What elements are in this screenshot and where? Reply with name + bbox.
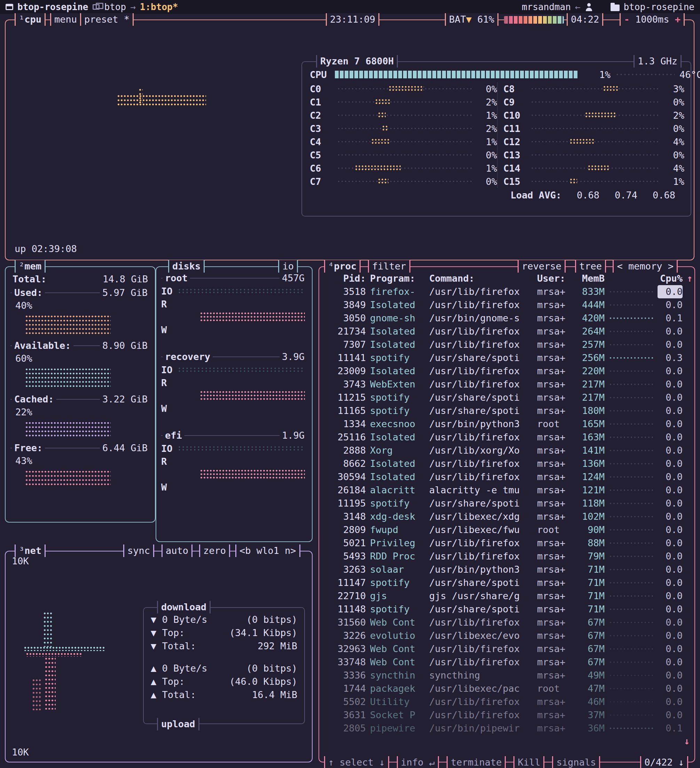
interval-increase-button[interactable]: + — [675, 14, 681, 25]
process-row[interactable]: 3849 Isolated /usr/lib/firefox mrsa+ 444… — [319, 298, 694, 312]
process-cpu-percent: 0.0 — [657, 550, 682, 563]
filter-button[interactable]: filter — [368, 260, 411, 273]
interval-value: 1000ms — [635, 14, 670, 25]
process-command: /usr/share/spoti — [429, 497, 533, 510]
cpu-panel-title[interactable]: ¹cpu — [14, 13, 46, 26]
process-cpu-percent: 0.3 — [657, 351, 682, 365]
process-row[interactable]: 3743 WebExten /usr/lib/firefox mrsa+ 217… — [319, 378, 694, 391]
process-panel-title[interactable]: ⁴proc — [324, 260, 361, 273]
memory-stat-label: Cached: — [12, 394, 56, 405]
process-cpu-percent: 0.0 — [657, 298, 682, 312]
scroll-up-indicator[interactable]: ↑ — [687, 272, 692, 285]
disks-panel-title[interactable]: disks — [168, 260, 205, 273]
memory-stat: Free: 6.44 GiB 43% — [10, 441, 150, 487]
process-row[interactable]: 3518 firefox- /usr/lib/firefox mrsa+ 833… — [319, 285, 694, 298]
select-control[interactable]: ↑ select ↓ — [324, 756, 389, 768]
download-total-value: 292 MiB — [257, 641, 297, 651]
process-pid: 22710 — [325, 589, 366, 603]
process-memory: 71M — [577, 589, 605, 603]
core-usage-graph — [337, 100, 473, 104]
process-row[interactable]: 3226 evolutio /usr/libexec/evo mrsa+ 67M… — [319, 629, 694, 642]
scroll-down-indicator[interactable]: ↓ — [684, 736, 690, 746]
process-row[interactable]: 2809 fwupd /usr/libexec/fwu root 90M 0.0 — [319, 523, 694, 536]
menu-button[interactable]: menu — [50, 13, 81, 26]
process-cpu-percent: 0.0 — [657, 589, 682, 603]
header-user[interactable]: User: — [537, 272, 573, 285]
memory-stat-graph — [25, 367, 111, 389]
core-label: C4 — [310, 136, 332, 147]
reverse-sort-button[interactable]: reverse — [518, 260, 566, 273]
process-row[interactable]: 11147 spotify /usr/share/spoti mrsa+ 71M… — [319, 576, 694, 589]
process-row[interactable]: 32963 Web Cont /usr/lib/firefox mrsa+ 67… — [319, 642, 694, 656]
process-row[interactable]: 5021 Privileg /usr/lib/firefox mrsa+ 88M… — [319, 536, 694, 550]
process-command: syncthing — [429, 669, 533, 682]
process-row[interactable]: 11165 spotify /usr/share/spoti mrsa+ 180… — [319, 404, 694, 418]
process-row[interactable]: 26184 alacritt alacritty -e tmu mrsa+ 12… — [319, 483, 694, 497]
cpu-core-row: C6 1% — [310, 162, 497, 175]
auto-toggle[interactable]: auto — [161, 544, 192, 557]
kill-button[interactable]: Kill — [513, 756, 544, 768]
process-row[interactable]: 11141 spotify /usr/share/spoti mrsa+ 256… — [319, 351, 694, 365]
sync-toggle[interactable]: sync — [123, 544, 154, 557]
process-row[interactable]: 3336 syncthin syncthing mrsa+ 49M 0.0 — [319, 669, 694, 682]
cpu-core-row: C8 3% — [503, 82, 684, 95]
process-command: /usr/lib/firefox — [429, 338, 533, 351]
process-row[interactable]: 23009 Isolated /usr/lib/firefox mrsa+ 22… — [319, 365, 694, 378]
process-row[interactable]: 21734 Isolated /usr/lib/firefox mrsa+ 26… — [319, 325, 694, 338]
process-row[interactable]: 3148 xdg-desk /usr/libexec/xdg mrsa+ 102… — [319, 510, 694, 523]
io-mode-title[interactable]: io — [278, 260, 298, 273]
header-command[interactable]: Command: — [429, 272, 533, 285]
process-row[interactable]: 11195 spotify /usr/share/spoti mrsa+ 118… — [319, 497, 694, 510]
process-row[interactable]: 2888 Xorg /usr/lib/xorg/Xo mrsa+ 141M 0.… — [319, 444, 694, 457]
cpu-total-label: CPU — [310, 69, 330, 80]
process-row[interactable]: 3631 Socket P /usr/lib/firefox mrsa+ 37M… — [319, 709, 694, 722]
process-row[interactable]: 33748 Web Cont /usr/lib/firefox mrsa+ 67… — [319, 656, 694, 669]
sort-column-selector[interactable]: < memory > — [613, 260, 678, 273]
upload-graph-scatter — [32, 678, 42, 710]
process-row[interactable]: 3263 solaar /usr/bin/python3 mrsa+ 71M 0… — [319, 563, 694, 576]
process-row[interactable]: 11215 spotify /usr/share/spoti mrsa+ 217… — [319, 391, 694, 404]
process-list-header: Pid: Program: Command: User: MemB Cpu% ↑ — [319, 272, 694, 285]
preset-button[interactable]: preset * — [80, 13, 134, 26]
process-cpu-percent: 0.0 — [657, 430, 682, 444]
process-row[interactable]: 3050 gnome-sh /usr/bin/gnome-s mrsa+ 420… — [319, 312, 694, 325]
network-panel-title[interactable]: ³net — [14, 544, 46, 557]
process-command: /usr/lib/firefox — [429, 430, 533, 444]
process-row[interactable]: 31560 Web Cont /usr/lib/firefox mrsa+ 67… — [319, 616, 694, 629]
header-mem[interactable]: MemB — [577, 272, 605, 285]
download-graph-baseline — [24, 646, 104, 651]
terminate-button[interactable]: terminate — [447, 756, 506, 768]
process-row[interactable]: 8662 Isolated /usr/lib/firefox mrsa+ 136… — [319, 457, 694, 470]
process-row[interactable]: 5502 Utility /usr/lib/firefox mrsa+ 46M … — [319, 695, 694, 709]
process-cpu-percent: 0.0 — [657, 497, 682, 510]
core-percent: 0% — [665, 123, 684, 134]
process-pid: 25116 — [325, 430, 366, 444]
process-row[interactable]: 1744 packagek /usr/libexec/pac root 47M … — [319, 682, 694, 695]
interval-decrease-button[interactable]: - — [624, 14, 629, 25]
tree-view-button[interactable]: tree — [575, 260, 606, 273]
header-program[interactable]: Program: — [370, 272, 425, 285]
process-row[interactable]: 2805 pipewire /usr/bin/pipewir mrsa+ 36M… — [319, 722, 694, 735]
process-user: mrsa+ — [537, 603, 573, 616]
zero-toggle[interactable]: zero — [199, 544, 230, 557]
header-cpu[interactable]: Cpu% — [657, 272, 682, 285]
process-row[interactable]: 5493 RDD Proc /usr/lib/firefox mrsa+ 79M… — [319, 550, 694, 563]
tmux-active-window[interactable]: 1:btop* — [140, 2, 178, 12]
process-row[interactable]: 25116 Isolated /usr/lib/firefox mrsa+ 16… — [319, 430, 694, 444]
interface-selector[interactable]: <b wlo1 n> — [235, 544, 300, 557]
process-row[interactable]: 7307 Isolated /usr/lib/firefox mrsa+ 257… — [319, 338, 694, 351]
header-pid[interactable]: Pid: — [325, 272, 366, 285]
process-row[interactable]: 22710 gjs gjs /usr/share/g mrsa+ 71M 0.0 — [319, 589, 694, 603]
process-row[interactable]: 11148 spotify /usr/share/spoti mrsa+ 71M… — [319, 603, 694, 616]
core-usage-spark — [585, 112, 616, 117]
memory-stat-label: Available: — [12, 340, 74, 351]
info-button[interactable]: info ↵ — [397, 756, 439, 768]
disk-io-graph — [177, 367, 304, 373]
memory-panel-title[interactable]: ²mem — [14, 260, 46, 273]
process-row[interactable]: 30594 Isolated /usr/lib/firefox mrsa+ 12… — [319, 470, 694, 483]
disk-io-label: IO — [161, 286, 173, 297]
process-memory: 102M — [577, 510, 605, 523]
process-cpu-percent: 0.0 — [657, 629, 682, 642]
signals-button[interactable]: signals — [552, 756, 600, 768]
process-row[interactable]: 1334 execsnoo /usr/bin/python3 root 165M… — [319, 418, 694, 430]
